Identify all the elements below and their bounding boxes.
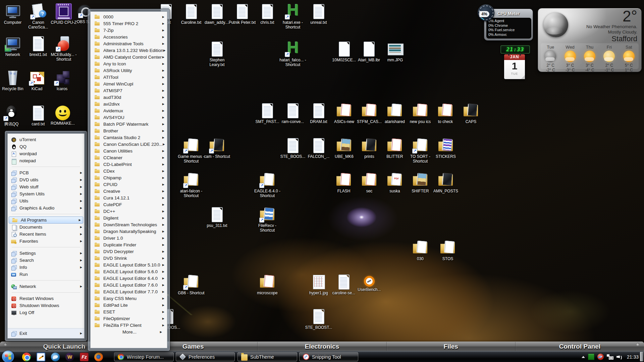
program-menu-item[interactable]: DownStream Technologies▶ (91, 221, 167, 228)
shelf-segment-control-panel[interactable]: Control Panel (516, 342, 644, 351)
start-button[interactable] (2, 351, 14, 362)
program-menu-item[interactable]: EditPad Lite▶ (91, 302, 167, 308)
start-menu-item[interactable]: Search▶ (8, 257, 84, 264)
start-menu-item[interactable]: Restart Windows (8, 295, 84, 302)
filezilla-icon[interactable] (80, 353, 89, 361)
start-menu-item[interactable]: Utils▶ (8, 197, 84, 204)
desktop-icon[interactable]: ↗cam - Shortcut (202, 137, 232, 159)
start-menu-item[interactable]: DVD utils▶ (8, 176, 84, 183)
chrome-icon[interactable] (22, 353, 31, 361)
program-menu-item[interactable]: avi2divx▶ (91, 101, 167, 107)
program-menu-item[interactable]: Batch PDF Watermark▶ (91, 121, 167, 127)
desktop-icon[interactable]: psu_311.txt (202, 206, 232, 228)
program-menu-item[interactable]: Dragon NaturallySpeaking▶ (91, 228, 167, 235)
program-menu-item[interactable]: Creative▶ (91, 188, 167, 194)
program-menu-item[interactable]: EAGLE Layout Editor 7.6.0▶ (91, 282, 167, 288)
program-menu-item[interactable]: Driver 1.0▶ (91, 235, 167, 241)
desktop-icon[interactable]: ↗Icaros (47, 70, 77, 91)
program-menu-item[interactable]: Altera 13.0.1.232 Web Edition▶ (91, 47, 167, 54)
program-menu-item[interactable]: Canon CanoScan LiDE 220...▶ (91, 141, 167, 147)
start-menu-item[interactable]: Documents▶ (8, 224, 84, 231)
program-menu-item[interactable]: Chipamp▶ (91, 174, 167, 181)
start-menu-item[interactable]: Recent Items▶ (8, 231, 84, 238)
desktop-icon[interactable]: ↗EAGLE-6.4.0 - Shortcut (252, 172, 283, 198)
start-menu-item[interactable]: uTorrent (8, 136, 84, 143)
program-menu-item[interactable]: FileZilla FTP Client▶ (91, 322, 167, 328)
program-menu-item[interactable]: ESET▶ (91, 308, 167, 315)
desktop-icon[interactable]: ↗GB6 - Shortcut (176, 274, 207, 295)
taskbar-button[interactable]: Preferences (176, 352, 235, 361)
firefox-icon[interactable] (94, 353, 103, 361)
program-menu-item[interactable]: ATMISP7▶ (91, 87, 167, 94)
led-clock-gadget[interactable]: 21:33 (500, 45, 530, 54)
volume-tray-icon[interactable] (616, 354, 623, 360)
shelf-segment-electronics[interactable]: Electronics (258, 342, 386, 351)
desktop-icon[interactable]: AMN_POSTS (430, 172, 461, 193)
program-menu-item[interactable]: FileOptimizer▶ (91, 315, 167, 322)
green-square-tray-icon[interactable] (588, 354, 594, 360)
start-menu-item[interactable]: PCB▶ (8, 169, 84, 176)
start-menu-item[interactable]: Web stuff▶ (8, 183, 84, 190)
start-menu-item[interactable]: notepad (8, 157, 84, 164)
start-menu-item[interactable]: QQ (8, 143, 84, 150)
program-menu-item[interactable]: CPUID▶ (91, 181, 167, 188)
program-menu-item[interactable]: Duplicate Finder▶ (91, 241, 167, 248)
program-menu-item[interactable]: Cura 14.12.1▶ (91, 194, 167, 201)
start-menu-item[interactable]: wordpad (8, 150, 84, 157)
start-menu-item[interactable]: Info▶ (8, 264, 84, 271)
network-tray-icon[interactable] (607, 354, 613, 360)
program-menu-item[interactable]: Brother▶ (91, 127, 167, 134)
start-menu-item[interactable]: Log Off (8, 309, 84, 316)
taskbar-button[interactable]: SubTheme (237, 352, 297, 361)
desktop-icon[interactable]: ↗MCEBuddy... - Shortcut (48, 36, 79, 62)
desktop-icon[interactable]: UserBench... (354, 274, 385, 292)
start-menu-item[interactable]: Run (8, 271, 84, 278)
program-menu-item[interactable]: Camtasia Studio 2▶ (91, 134, 167, 141)
taskbar-button[interactable]: Snipping Tool (299, 352, 358, 361)
taskbar-clock[interactable]: 21:33 (627, 354, 639, 360)
editor-icon[interactable] (37, 353, 45, 361)
desktop-icon[interactable]: unreal.txt (303, 3, 334, 25)
desktop-icon[interactable]: ↗FileRecv - Shortcut (252, 206, 283, 233)
program-menu-item[interactable]: 555 Timer PRO 2▶ (91, 20, 167, 27)
program-menu-item[interactable]: DVD Shrink▶ (91, 255, 167, 261)
start-menu-item[interactable]: All Programs▶ (9, 217, 83, 224)
program-menu-item[interactable]: CutePDF▶ (91, 201, 167, 208)
taskbar-edge-handle[interactable] (640, 352, 643, 361)
program-menu-item[interactable]: Atmel WinCupl▶ (91, 80, 167, 87)
program-menu-item[interactable]: Easy CSS Menu▶ (91, 295, 167, 302)
program-menu-item[interactable]: 7-Zip▶ (91, 27, 167, 34)
tray-expand-icon[interactable] (582, 356, 585, 358)
ccleaner-tray-icon[interactable] (597, 354, 604, 360)
program-menu-item[interactable]: Administrative Tools▶ (91, 40, 167, 47)
program-menu-item[interactable]: Accessories▶ (91, 34, 167, 40)
start-menu-item[interactable]: Exit▶ (8, 330, 84, 337)
taskbar-button[interactable]: Winstep Forum... (114, 352, 174, 361)
program-menu-item[interactable]: Digilent▶ (91, 215, 167, 221)
desktop-icon[interactable]: STOS (432, 240, 463, 261)
desktop-icon[interactable]: mm.JPG (380, 41, 411, 62)
program-menu-item[interactable]: EAGLE Layout Editor 5.10.0▶ (91, 261, 167, 268)
start-menu-item[interactable]: Favorites▶ (8, 238, 84, 245)
program-menu-item[interactable]: Any to Icon▶ (91, 60, 167, 67)
program-menu-item[interactable]: 0000▶ (91, 13, 167, 20)
desktop-icon[interactable]: STE_BOOST... (303, 308, 334, 330)
desktop-icon[interactable]: STICKERS (430, 137, 461, 159)
program-menu-item[interactable]: Avidemux▶ (91, 107, 167, 114)
program-menu-more-item[interactable]: More...▶ (91, 328, 167, 335)
desktop-icon[interactable]: Stephen Leary.txt (202, 41, 232, 67)
program-menu-item[interactable]: EAGLE Layout Editor 7.7.0▶ (91, 288, 167, 295)
program-menu-item[interactable]: AVS4YOU▶ (91, 114, 167, 121)
shelf-segment-files[interactable]: Files (387, 342, 516, 351)
desktop-icon[interactable]: 030 (405, 240, 436, 261)
start-menu-item[interactable]: Settings▶ (8, 250, 84, 257)
start-menu-item[interactable]: Shutdown Windows (8, 302, 84, 309)
desktop-icon[interactable]: ↗hatari_falco... - Shortcut (277, 41, 308, 67)
desktop-icon[interactable]: ↗atari-falcon - Shortcut (176, 172, 207, 198)
program-menu-item[interactable]: Canon Utilities▶ (91, 147, 167, 154)
program-menu-item[interactable]: CCleaner▶ (91, 154, 167, 161)
start-menu-item[interactable]: Graphics & Audio▶ (8, 204, 84, 212)
program-menu-item[interactable]: ASRock Utility▶ (91, 67, 167, 74)
desktop-icon[interactable]: ROMMAKE... (47, 105, 78, 126)
program-menu-item[interactable]: DVD Decrypter▶ (91, 248, 167, 255)
